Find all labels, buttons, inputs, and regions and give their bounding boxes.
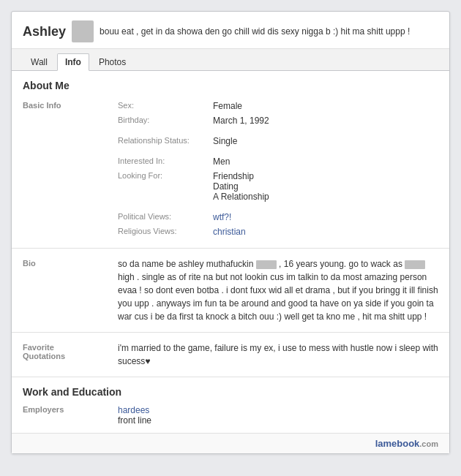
birthday-value: March 1, 1992 <box>213 113 438 128</box>
brand-com: .com <box>419 439 438 448</box>
religious-views-link[interactable]: christian <box>213 227 246 237</box>
about-me-section: About Me Basic Info Sex: Female Birthday… <box>12 71 449 249</box>
employers-label: Employers <box>23 405 118 426</box>
table-row: Political Views: wtf?! <box>23 210 438 224</box>
profile-name: Ashley <box>23 24 66 39</box>
table-row: Interested In: Men <box>23 154 438 169</box>
interested-in-label: Interested In: <box>118 154 213 169</box>
table-row: Relationship Status: Single <box>23 134 438 148</box>
spacer <box>23 148 438 154</box>
political-views-label: Political Views: <box>118 210 213 224</box>
interested-in-value: Men <box>213 154 438 169</box>
favorite-quotations-section: Favorite Quotations i'm married to the g… <box>12 333 449 377</box>
bio-label: Bio <box>23 257 118 323</box>
brand-name: lamebook <box>375 438 420 449</box>
employer-position: front line <box>118 415 151 426</box>
redacted-1 <box>256 260 277 269</box>
tab-photos[interactable]: Photos <box>91 53 134 70</box>
quotations-label: Favorite Quotations <box>23 341 118 368</box>
spacer <box>23 128 438 134</box>
bio-text: so da name be ashley muthafuckin , 16 ye… <box>118 257 438 323</box>
basic-info-label: Basic Info <box>23 99 118 128</box>
bio-section: Bio so da name be ashley muthafuckin , 1… <box>12 249 449 333</box>
sex-value: Female <box>213 99 438 113</box>
tab-info[interactable]: Info <box>57 53 89 71</box>
looking-for-label: Looking For: <box>118 169 213 204</box>
employer-name-link[interactable]: hardees <box>118 405 151 415</box>
religious-views-label: Religious Views: <box>118 224 213 239</box>
relationship-status-value: Single <box>213 134 438 148</box>
religious-views-value: christian <box>213 224 438 239</box>
tab-bar: Wall Info Photos <box>12 49 449 71</box>
work-education-title: Work and Education <box>23 386 438 398</box>
birthday-label: Birthday: <box>118 113 213 128</box>
table-row: Basic Info Sex: Female <box>23 99 438 113</box>
political-views-link[interactable]: wtf?! <box>213 212 231 222</box>
work-education-section: Work and Education Employers hardees fro… <box>12 377 449 433</box>
political-views-value: wtf?! <box>213 210 438 224</box>
tab-wall[interactable]: Wall <box>23 53 56 70</box>
footer: lamebook.com <box>12 433 449 453</box>
quotations-row: Favorite Quotations i'm married to the g… <box>23 341 438 368</box>
basic-info-table: Basic Info Sex: Female Birthday: March 1… <box>23 99 438 239</box>
bio-row: Bio so da name be ashley muthafuckin , 1… <box>23 257 438 323</box>
about-me-title: About Me <box>23 80 438 91</box>
employer-values: hardees front line <box>118 405 151 426</box>
profile-header: Ashley bouu eat , get in da showa den go… <box>12 12 449 49</box>
redacted-2 <box>405 260 425 269</box>
sex-label: Sex: <box>118 99 213 113</box>
employers-row: Employers hardees front line <box>23 405 438 426</box>
profile-status: bouu eat , get in da showa den go chill … <box>100 26 438 37</box>
relationship-status-label: Relationship Status: <box>118 134 213 148</box>
spacer <box>23 204 438 210</box>
brand-logo: lamebook.com <box>375 438 438 449</box>
table-row: Religious Views: christian <box>23 224 438 239</box>
profile-card: Ashley bouu eat , get in da showa den go… <box>11 11 450 454</box>
quotations-text: i'm married to the game, failure is my e… <box>118 341 438 368</box>
avatar <box>72 20 94 42</box>
table-row: Looking For: FriendshipDatingA Relations… <box>23 169 438 204</box>
looking-for-value: FriendshipDatingA Relationship <box>213 169 438 204</box>
